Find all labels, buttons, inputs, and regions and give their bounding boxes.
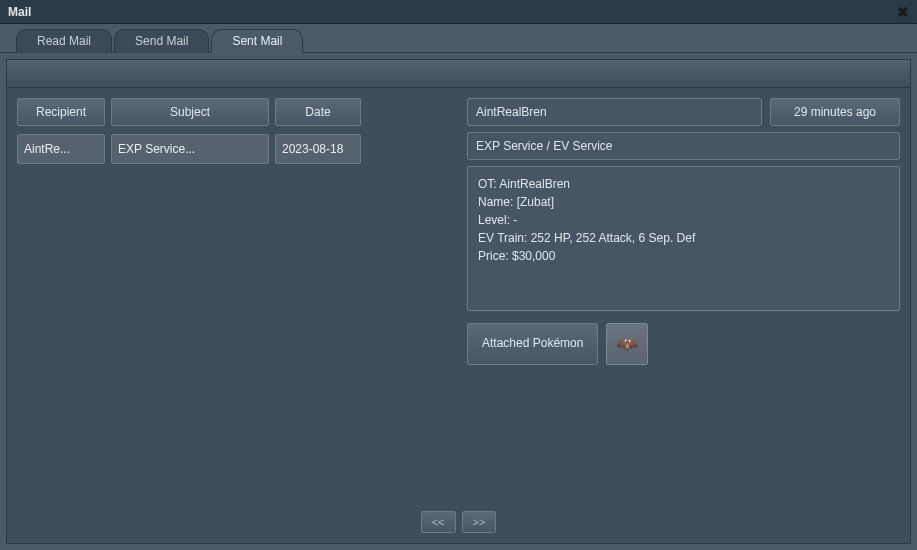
mail-list: AintRe... EXP Service... 2023-08-18: [17, 134, 455, 164]
col-header-date[interactable]: Date: [275, 98, 361, 126]
close-icon[interactable]: ✖: [897, 4, 909, 20]
inner-panel: Recipient Subject Date AintRe... EXP Ser…: [6, 59, 911, 544]
toolbar-strip: [7, 60, 910, 88]
tab-bar: Read Mail Send Mail Sent Mail: [0, 24, 917, 53]
detail-time-ago: 29 minutes ago: [770, 98, 900, 126]
main-area: Recipient Subject Date AintRe... EXP Ser…: [7, 88, 910, 503]
column-headers: Recipient Subject Date: [17, 98, 455, 126]
mail-cell-subject[interactable]: EXP Service...: [111, 134, 269, 164]
detail-from: AintRealBren: [467, 98, 762, 126]
titlebar: Mail ✖: [0, 0, 917, 24]
window-title: Mail: [8, 5, 31, 19]
detail-subject: EXP Service / EV Service: [467, 132, 900, 160]
mail-detail-panel: AintRealBren 29 minutes ago EXP Service …: [467, 98, 900, 493]
prev-page-button[interactable]: <<: [421, 511, 456, 533]
mail-window: Mail ✖ Read Mail Send Mail Sent Mail Rec…: [0, 0, 917, 550]
pagination: << >>: [7, 503, 910, 543]
mail-cell-date[interactable]: 2023-08-18: [275, 134, 361, 164]
tab-send-mail[interactable]: Send Mail: [114, 29, 209, 53]
next-page-button[interactable]: >>: [462, 511, 497, 533]
col-header-subject[interactable]: Subject: [111, 98, 269, 126]
mail-cell-recipient[interactable]: AintRe...: [17, 134, 105, 164]
tab-read-mail[interactable]: Read Mail: [16, 29, 112, 53]
attachment-label: Attached Pokémon: [467, 323, 598, 365]
tab-sent-mail[interactable]: Sent Mail: [211, 29, 303, 53]
zubat-icon: 🦇: [616, 333, 638, 355]
detail-header-row: AintRealBren 29 minutes ago: [467, 98, 900, 126]
attachment-row: Attached Pokémon 🦇: [467, 323, 900, 365]
mail-list-panel: Recipient Subject Date AintRe... EXP Ser…: [17, 98, 455, 493]
content-area: Recipient Subject Date AintRe... EXP Ser…: [0, 53, 917, 550]
detail-body: OT: AintRealBren Name: [Zubat] Level: - …: [467, 166, 900, 311]
mail-row[interactable]: AintRe... EXP Service... 2023-08-18: [17, 134, 455, 164]
attachment-slot[interactable]: 🦇: [606, 323, 648, 365]
col-header-recipient[interactable]: Recipient: [17, 98, 105, 126]
